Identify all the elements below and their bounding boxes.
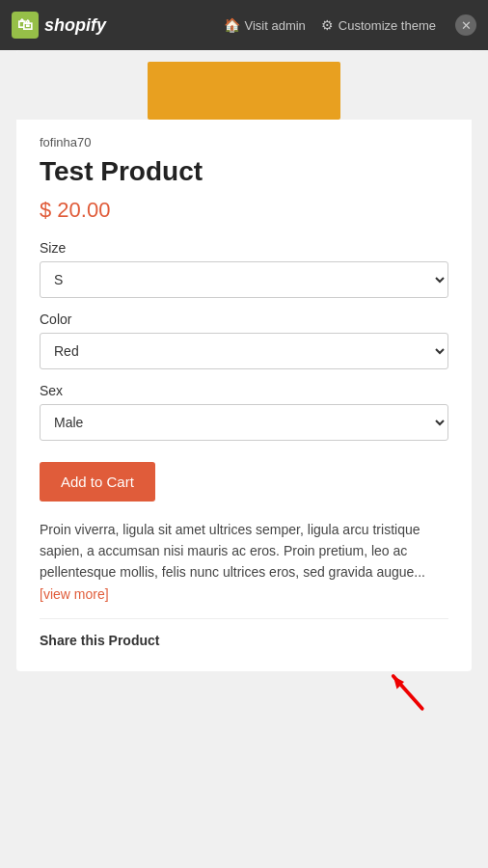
size-select[interactable]: S M L XL <box>40 261 448 298</box>
product-card: fofinha70 Test Product $ 20.00 Size S M … <box>16 50 472 671</box>
svg-marker-1 <box>393 676 404 690</box>
shopify-wordmark: shopify <box>44 15 106 36</box>
customize-theme-label: Customize theme <box>339 18 436 33</box>
svg-line-0 <box>393 676 422 709</box>
product-price: $ 20.00 <box>40 198 448 223</box>
vendor-name: fofinha70 <box>40 135 448 149</box>
visit-admin-link[interactable]: 🏠 Visit admin <box>224 17 306 33</box>
color-variant-group: Color Red Blue Green <box>40 312 448 369</box>
color-label: Color <box>40 312 448 327</box>
topbar: 🛍 shopify 🏠 Visit admin ⚙ Customize them… <box>0 0 488 50</box>
product-title: Test Product <box>40 155 448 188</box>
gear-icon: ⚙ <box>321 17 334 33</box>
view-more-link[interactable]: [view more] <box>40 586 109 602</box>
sex-variant-group: Sex Male Female <box>40 383 448 441</box>
product-body: fofinha70 Test Product $ 20.00 Size S M … <box>16 120 472 671</box>
add-to-cart-button[interactable]: Add to Cart <box>40 462 155 502</box>
share-title: Share this Product <box>40 633 448 648</box>
product-image <box>148 62 340 120</box>
product-image-area <box>16 50 472 120</box>
sex-select[interactable]: Male Female <box>40 404 448 441</box>
shopify-logo: 🛍 shopify <box>12 12 106 39</box>
close-button[interactable]: ✕ <box>455 14 476 36</box>
sex-label: Sex <box>40 383 448 398</box>
size-variant-group: Size S M L XL <box>40 240 448 298</box>
shopify-bag-icon: 🛍 <box>12 12 39 39</box>
size-label: Size <box>40 240 448 256</box>
visit-admin-label: Visit admin <box>245 18 306 33</box>
home-icon: 🏠 <box>224 17 240 33</box>
color-select[interactable]: Red Blue Green <box>40 333 448 369</box>
product-description: Proin viverra, ligula sit amet ultrices … <box>40 519 448 606</box>
annotation-arrow-container <box>16 671 472 729</box>
share-section: Share this Product <box>40 618 448 648</box>
customize-theme-link[interactable]: ⚙ Customize theme <box>321 17 436 33</box>
